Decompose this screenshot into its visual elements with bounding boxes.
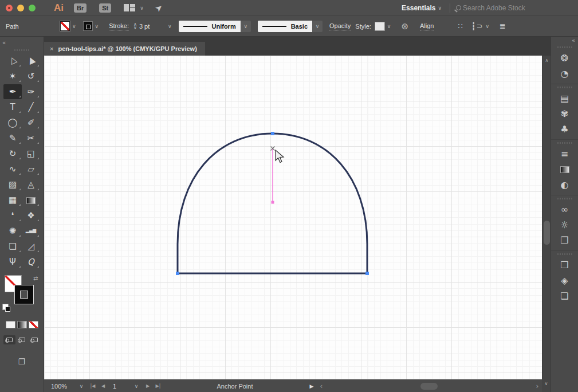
- panel-drag-handle[interactable]: [557, 46, 572, 48]
- tool-symbol-sprayer[interactable]: ✺: [3, 224, 22, 238]
- graphic-styles-panel-icon[interactable]: ❐: [551, 233, 578, 248]
- window-zoom-button[interactable]: [29, 5, 36, 11]
- color-panel-icon[interactable]: ❂: [551, 50, 578, 66]
- symbols-panel-icon[interactable]: ♣: [551, 121, 578, 137]
- chevron-down-icon[interactable]: ∨: [166, 23, 174, 29]
- chevron-down-icon[interactable]: ∨: [75, 383, 88, 389]
- close-icon[interactable]: ×: [50, 45, 53, 52]
- last-artboard-button[interactable]: ▶|: [153, 383, 163, 389]
- horizontal-scroll-thumb[interactable]: [420, 383, 438, 390]
- tool-paintbrush[interactable]: ✐: [22, 115, 40, 130]
- stroke-panel-icon[interactable]: ≡: [551, 146, 578, 162]
- expand-panels-icon[interactable]: «: [551, 37, 578, 44]
- none-button[interactable]: [29, 321, 38, 328]
- tool-eyedropper[interactable]: ❛: [3, 208, 22, 223]
- tool-direct-selection[interactable]: ▶: [22, 53, 40, 68]
- collapse-tools-icon[interactable]: «: [0, 39, 8, 46]
- window-minimize-button[interactable]: [17, 5, 24, 11]
- window-close-button[interactable]: [6, 5, 13, 11]
- artboard-number-field[interactable]: 1: [108, 383, 130, 390]
- first-artboard-button[interactable]: |◀: [88, 383, 98, 389]
- anchor-point-bottom-left[interactable]: [176, 272, 179, 275]
- next-artboard-button[interactable]: ▶: [143, 383, 153, 389]
- distribute-options-icon[interactable]: ┇⊃: [471, 22, 483, 30]
- tool-pen[interactable]: ✒: [3, 84, 22, 99]
- tool-blend[interactable]: ❖: [22, 208, 40, 223]
- chevron-down-icon[interactable]: ∨: [385, 23, 394, 29]
- brushes-panel-icon[interactable]: ✾: [551, 106, 578, 121]
- fill-swatch-none[interactable]: [60, 21, 70, 31]
- vertical-scrollbar[interactable]: ∧: [542, 56, 551, 379]
- tool-scale[interactable]: ◱: [22, 146, 40, 161]
- tool-perspective-grid[interactable]: ◬: [22, 177, 40, 192]
- previous-artboard-button[interactable]: ◀: [98, 383, 108, 389]
- document-tab[interactable]: × pen-tool-tips.ai* @ 100% (CMYK/GPU Pre…: [44, 42, 205, 56]
- opacity-link[interactable]: Opacity: [329, 22, 351, 30]
- change-screen-mode-icon[interactable]: ❐: [0, 357, 44, 366]
- panel-drag-handle[interactable]: [557, 142, 572, 144]
- search-input[interactable]: [463, 4, 560, 12]
- scroll-right-icon[interactable]: ›: [533, 382, 542, 390]
- tool-type[interactable]: T: [3, 100, 22, 115]
- document-setup-icon[interactable]: ⊛: [401, 21, 408, 32]
- stroke-weight-value[interactable]: 3 pt: [139, 23, 166, 30]
- workspace-switcher[interactable]: Essentials: [402, 4, 435, 12]
- tool-selection[interactable]: ▷: [3, 53, 22, 68]
- brush-definition-dropdown[interactable]: Basic: [258, 21, 312, 32]
- chevron-down-icon[interactable]: ∨: [93, 23, 101, 29]
- asset-export-panel-icon[interactable]: ❒: [551, 257, 578, 273]
- scroll-left-icon[interactable]: ‹: [317, 382, 326, 390]
- cc-libraries-panel-icon[interactable]: ∞: [551, 202, 578, 217]
- tool-rotate[interactable]: ↻: [3, 146, 22, 161]
- appearance-panel-icon[interactable]: ☼: [551, 217, 578, 233]
- control-panel-menu-icon[interactable]: ≣: [500, 22, 506, 30]
- tool-artboard[interactable]: ❏: [3, 239, 22, 254]
- bridge-button[interactable]: Br: [74, 3, 86, 13]
- transparency-panel-icon[interactable]: ◐: [551, 177, 578, 193]
- draw-normal-button[interactable]: [3, 335, 15, 344]
- tool-free-transform[interactable]: ▱: [22, 162, 40, 177]
- tool-gradient[interactable]: [22, 193, 40, 207]
- tool-zoom[interactable]: Q: [22, 254, 40, 269]
- tool-ellipse[interactable]: ◯: [3, 115, 22, 130]
- draw-behind-button[interactable]: [16, 335, 28, 344]
- tool-scissors[interactable]: ✂: [22, 131, 40, 146]
- chevron-down-icon[interactable]: ∨: [130, 383, 143, 389]
- align-link[interactable]: Align: [420, 22, 434, 30]
- anchor-point-top[interactable]: [271, 132, 274, 135]
- panel-drag-handle[interactable]: [14, 49, 29, 51]
- status-options-arrow-icon[interactable]: ▶: [306, 383, 317, 389]
- stock-button[interactable]: St: [99, 3, 111, 13]
- chevron-down-icon[interactable]: ∨: [483, 23, 492, 29]
- zoom-level-value[interactable]: 100%: [51, 383, 75, 390]
- tool-slice[interactable]: ◿: [22, 239, 40, 254]
- tool-mesh[interactable]: ▦: [3, 193, 22, 207]
- style-swatch[interactable]: [375, 22, 385, 31]
- tool-magic-wand[interactable]: ✶: [3, 69, 22, 84]
- adobe-stock-search[interactable]: [456, 4, 573, 12]
- color-button[interactable]: [6, 321, 15, 328]
- anchor-point-bottom-right[interactable]: [365, 272, 369, 275]
- layers-panel-icon[interactable]: ◈: [551, 273, 578, 288]
- handle-end-point[interactable]: [272, 201, 274, 204]
- panel-drag-handle[interactable]: [557, 253, 572, 255]
- artboards-panel-icon[interactable]: ❏: [551, 288, 578, 304]
- chevron-down-icon[interactable]: ∨: [70, 23, 78, 29]
- chevron-down-icon[interactable]: ∨: [241, 21, 251, 32]
- arrange-documents-icon[interactable]: [124, 4, 135, 11]
- scroll-down-icon[interactable]: ∨: [542, 379, 551, 392]
- chevron-down-icon[interactable]: ∨: [137, 5, 146, 11]
- status-display[interactable]: Anchor Point: [163, 383, 306, 390]
- draw-inside-button[interactable]: [29, 335, 41, 344]
- width-profile-dropdown[interactable]: Uniform: [179, 21, 241, 32]
- stroke-proxy[interactable]: [15, 285, 33, 304]
- tool-lasso[interactable]: ↺: [22, 69, 40, 84]
- scroll-up-icon[interactable]: ∧: [542, 58, 551, 63]
- panel-drag-handle[interactable]: [557, 198, 572, 199]
- gpu-performance-icon[interactable]: ➤: [153, 2, 165, 14]
- stroke-panel-link[interactable]: Stroke:: [109, 22, 129, 30]
- gradient-panel-icon[interactable]: [551, 162, 578, 177]
- default-fill-stroke-icon[interactable]: [2, 304, 9, 310]
- tool-line-segment[interactable]: ╱: [22, 100, 40, 115]
- color-guide-panel-icon[interactable]: ◔: [551, 66, 578, 81]
